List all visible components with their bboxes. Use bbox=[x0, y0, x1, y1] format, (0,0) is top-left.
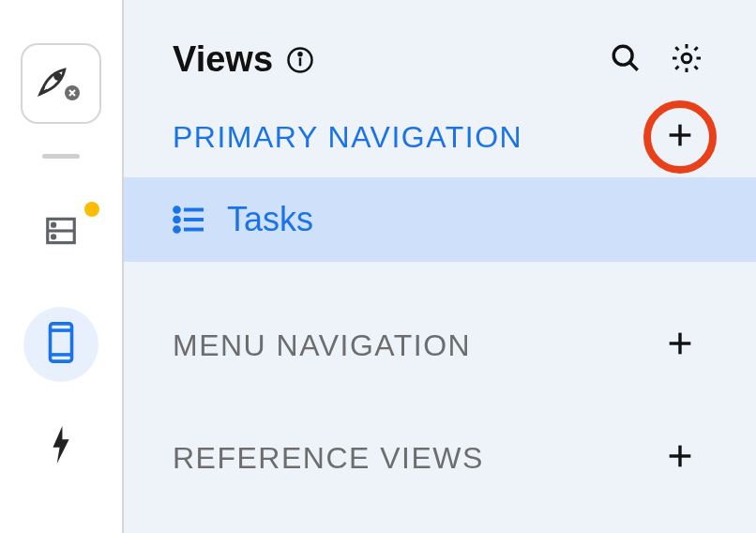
view-item-label: Tasks bbox=[227, 200, 313, 239]
settings-button[interactable] bbox=[670, 41, 703, 79]
view-item-tasks[interactable]: Tasks bbox=[124, 177, 756, 262]
plus-icon bbox=[664, 440, 696, 476]
info-icon[interactable] bbox=[286, 46, 314, 74]
svg-point-17 bbox=[174, 207, 179, 212]
panel-title: Views bbox=[173, 39, 273, 80]
nav-item-views[interactable] bbox=[23, 307, 98, 382]
section-title: MENU NAVIGATION bbox=[173, 328, 471, 363]
svg-point-12 bbox=[613, 46, 632, 65]
svg-point-11 bbox=[299, 53, 302, 55]
add-reference-view-button[interactable] bbox=[664, 440, 696, 476]
search-icon bbox=[610, 42, 642, 78]
mobile-icon bbox=[47, 321, 75, 368]
svg-point-14 bbox=[682, 53, 691, 63]
nav-item-data[interactable] bbox=[43, 215, 79, 251]
status-dot-icon bbox=[64, 84, 81, 105]
section-reference-views: REFERENCE VIEWS bbox=[124, 423, 756, 493]
panel-header: Views bbox=[124, 0, 756, 102]
left-rail bbox=[0, 0, 124, 533]
section-primary-navigation: PRIMARY NAVIGATION bbox=[124, 102, 756, 172]
section-title: REFERENCE VIEWS bbox=[173, 441, 484, 476]
svg-point-5 bbox=[53, 236, 55, 238]
bolt-icon bbox=[49, 426, 73, 467]
server-icon bbox=[43, 213, 79, 252]
svg-point-0 bbox=[55, 74, 61, 80]
svg-point-19 bbox=[174, 218, 179, 222]
add-menu-view-button[interactable] bbox=[664, 327, 696, 363]
section-title: PRIMARY NAVIGATION bbox=[173, 120, 522, 155]
svg-line-13 bbox=[629, 62, 638, 70]
plus-icon bbox=[664, 119, 696, 155]
add-primary-view-button[interactable] bbox=[664, 119, 696, 155]
svg-point-21 bbox=[174, 227, 179, 232]
search-button[interactable] bbox=[610, 42, 642, 78]
launcher-button[interactable] bbox=[21, 43, 101, 124]
views-panel: Views bbox=[124, 0, 756, 533]
section-menu-navigation: MENU NAVIGATION bbox=[124, 311, 756, 380]
nav-item-automation[interactable] bbox=[43, 429, 79, 464]
rail-divider bbox=[42, 154, 80, 159]
notification-dot-icon bbox=[84, 202, 99, 217]
list-icon bbox=[173, 206, 206, 234]
gear-icon bbox=[670, 41, 703, 79]
svg-point-4 bbox=[53, 223, 55, 226]
plus-icon bbox=[664, 327, 696, 363]
